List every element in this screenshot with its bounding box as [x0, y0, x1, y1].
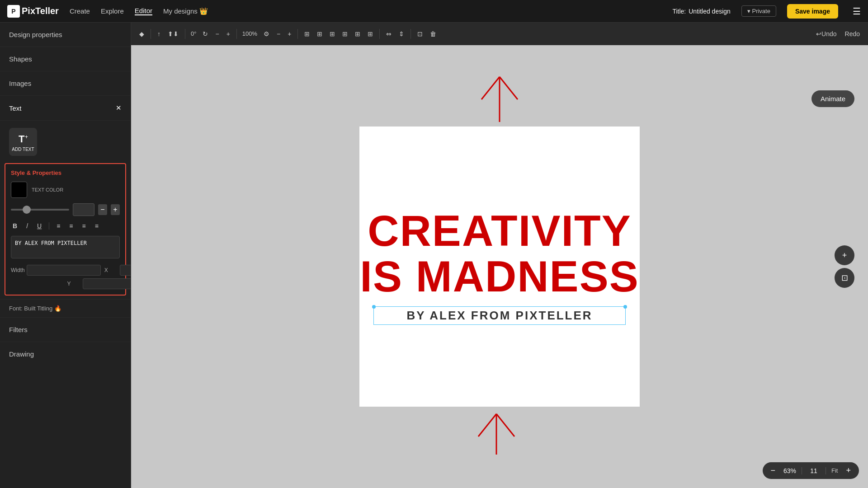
group-button[interactable]: ⊡ — [415, 28, 425, 39]
x-field: X 147 — [104, 265, 131, 276]
nav-editor[interactable]: Editor — [135, 7, 152, 15]
text-content-input[interactable]: BY ALEX FROM PIXTELLER — [11, 236, 120, 258]
align-left-button[interactable]: ≡ — [55, 221, 62, 230]
align-middle-tb-button[interactable]: ⊞ — [352, 28, 363, 39]
hamburger-icon[interactable]: ☰ — [853, 6, 861, 17]
font-size-input[interactable]: 48 — [73, 203, 94, 216]
text-color-label: TEXT COLOR — [32, 187, 63, 192]
redo-button[interactable]: Redo — [842, 28, 863, 39]
canvas-sub-text-wrapper[interactable]: BY ALEX FROM PIXTELLER — [373, 306, 626, 325]
align-right-tb-button[interactable]: ⊞ — [327, 28, 338, 39]
canvas-main-text: CREATIVITY IS MADNESS — [360, 208, 639, 300]
add-text-button[interactable]: T + ADD TEXT — [9, 128, 37, 156]
align-justify-button[interactable]: ≡ — [93, 221, 100, 230]
float-crop-button[interactable]: ⊡ — [835, 268, 854, 288]
canvas-sub-text: BY ALEX FROM PIXTELLER — [381, 309, 618, 323]
close-icon[interactable]: ✕ — [116, 104, 122, 112]
y-field: Y 740 — [67, 278, 132, 289]
font-size-decrease-button[interactable]: − — [98, 204, 107, 215]
canvas-area[interactable]: Animate CREATIVITY IS MADNESS — [131, 45, 868, 488]
toolbar: ◆ ↑ ⬆⬇ 0° ↻ − + 100% ⚙ − + ⊞ ⊞ ⊞ ⊞ ⊞ ⊞ ⇔… — [131, 23, 868, 45]
fire-icon: 🔥 — [54, 305, 61, 312]
zoom-value: 100% — [241, 30, 259, 37]
font-label: Font: — [9, 305, 23, 312]
title-value[interactable]: Untitled design — [689, 8, 731, 15]
align-center-button[interactable]: ≡ — [67, 221, 75, 230]
float-add-button[interactable]: + — [835, 245, 854, 265]
italic-button[interactable]: / — [24, 221, 30, 230]
zoom-minus-button[interactable]: − — [274, 28, 283, 39]
bold-button[interactable]: B — [11, 221, 19, 230]
move-up-button[interactable]: ↑ — [155, 28, 163, 39]
save-button[interactable]: Save image — [787, 4, 838, 19]
zoom-controls: − 63% 11 Fit + — [763, 462, 859, 479]
minus-rotate-button[interactable]: − — [212, 28, 222, 39]
nav-explore[interactable]: Explore — [101, 7, 124, 15]
move-button[interactable]: ⬆⬇ — [165, 28, 181, 39]
underline-button[interactable]: U — [35, 221, 43, 230]
align-top-tb-button[interactable]: ⊞ — [340, 28, 350, 39]
sidebar-item-design-properties[interactable]: Design properties — [0, 23, 131, 47]
toolbar-separator-5 — [379, 29, 380, 39]
align-center-tb-button[interactable]: ⊞ — [314, 28, 325, 39]
logo[interactable]: P PixTeller — [7, 5, 59, 18]
width-field: Width 787 — [11, 265, 101, 276]
sidebar-item-filters[interactable]: Filters — [0, 317, 131, 342]
font-size-increase-button[interactable]: + — [111, 204, 120, 215]
rotate-button[interactable]: ↻ — [200, 28, 211, 39]
x-input[interactable]: 147 — [120, 265, 131, 276]
svg-text:+: + — [25, 134, 28, 140]
title-area: Title: Untitled design — [672, 8, 730, 15]
canvas-wrapper: CREATIVITY IS MADNESS BY ALEX FROM PIXTE… — [359, 127, 640, 407]
svg-text:T: T — [19, 133, 25, 145]
toolbar-separator-3 — [236, 29, 237, 39]
align-right-button[interactable]: ≡ — [80, 221, 87, 230]
font-size-slider[interactable] — [11, 209, 69, 211]
delete-button[interactable]: 🗑 — [427, 28, 439, 39]
plus-rotate-button[interactable]: + — [224, 28, 233, 39]
main-layout: Design properties Shapes Images Text ✕ T… — [0, 23, 868, 488]
toolbar-separator-4 — [297, 29, 298, 39]
toolbar-separator-1 — [151, 29, 151, 39]
animate-button[interactable]: Animate — [811, 90, 854, 107]
zoom-out-button[interactable]: − — [768, 465, 778, 476]
y-input[interactable]: 740 — [83, 278, 132, 289]
right-float-buttons: + ⊡ — [835, 245, 854, 288]
logo-icon: P — [7, 5, 20, 18]
zoom-plus-button[interactable]: + — [285, 28, 294, 39]
align-bottom-tb-button[interactable]: ⊞ — [365, 28, 376, 39]
zoom-in-button[interactable]: + — [843, 465, 854, 476]
nav-my-designs[interactable]: My designs 👑 — [163, 7, 208, 15]
undo-button[interactable]: ↩ Undo — [813, 28, 839, 39]
fit-button[interactable]: Fit — [829, 466, 840, 475]
dimensions-row: Width 787 X 147 — [11, 265, 120, 276]
align-left-tb-button[interactable]: ⊞ — [302, 28, 312, 39]
font-value[interactable]: Built Titling — [24, 305, 52, 312]
y-row: Y 740 — [11, 278, 120, 289]
canvas-line2: IS MADNESS — [360, 254, 639, 300]
color-swatch[interactable] — [11, 182, 27, 198]
angle-value: 0° — [189, 30, 198, 37]
zoom-settings-button[interactable]: ⚙ — [261, 28, 272, 39]
flip-h-button[interactable]: ⇔ — [383, 28, 394, 39]
nav-create[interactable]: Create — [70, 7, 90, 15]
svg-line-7 — [496, 414, 514, 436]
zoom-separator-2 — [826, 467, 826, 474]
svg-line-6 — [478, 414, 496, 436]
svg-line-4 — [500, 77, 518, 99]
width-label: Width — [11, 267, 25, 273]
top-nav: P PixTeller Create Explore Editor My des… — [0, 0, 868, 23]
width-input[interactable]: 787 — [27, 265, 101, 276]
sidebar-item-shapes[interactable]: Shapes — [0, 47, 131, 71]
flip-v-button[interactable]: ⇕ — [396, 28, 407, 39]
sidebar: Design properties Shapes Images Text ✕ T… — [0, 23, 131, 488]
toolbar-separator-2 — [185, 29, 185, 39]
sidebar-item-images[interactable]: Images — [0, 71, 131, 96]
zoom-separator-1 — [802, 467, 802, 474]
svg-line-3 — [481, 77, 500, 99]
font-info: Font: Built Titling 🔥 — [0, 299, 131, 317]
text-style-row: B / U ≡ ≡ ≡ ≡ — [11, 221, 120, 230]
private-button[interactable]: ▾ Private — [741, 5, 776, 17]
select-tool-button[interactable]: ◆ — [137, 28, 147, 39]
sidebar-item-drawing[interactable]: Drawing — [0, 342, 131, 366]
